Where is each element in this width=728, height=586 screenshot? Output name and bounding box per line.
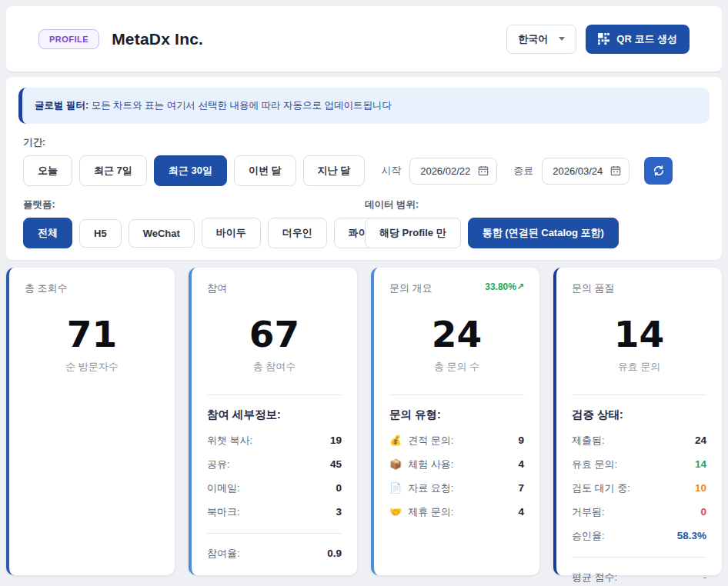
card-engagement: 참여 67 총 참여수 참여 세부정보: 위챗 복사: 19 공유: 45 이메… bbox=[189, 268, 357, 575]
dashboard-page: PROFILE MetaDx Inc. 한국어 bbox=[0, 0, 728, 586]
card-title: 문의 품질 bbox=[572, 281, 615, 295]
language-select[interactable]: 한국어 bbox=[506, 25, 576, 54]
platform-h5[interactable]: H5 bbox=[79, 219, 122, 248]
stat-row-shares: 공유: 45 bbox=[207, 452, 342, 476]
platform-label: 플랫폼: bbox=[23, 198, 360, 211]
money-bag-icon: 💰 bbox=[389, 435, 402, 446]
start-date-value: 2026/02/22 bbox=[420, 165, 470, 177]
period-today[interactable]: 오늘 bbox=[23, 155, 72, 186]
platform-options-row: 전체 H5 WeChat 바이두 더우인 콰이쇼우 bbox=[23, 218, 360, 248]
handshake-icon: 🤝 bbox=[389, 506, 402, 518]
start-date-label: 시작 bbox=[381, 164, 401, 178]
platform-all[interactable]: 전체 bbox=[23, 218, 72, 248]
divider bbox=[207, 533, 342, 534]
period-this-month[interactable]: 이번 달 bbox=[234, 155, 296, 186]
document-icon: 📄 bbox=[389, 482, 402, 494]
profile-badge: PROFILE bbox=[38, 29, 99, 49]
scope-profile-only[interactable]: 해당 Profile 만 bbox=[365, 218, 461, 248]
stat-row-bookmarks: 북마크: 3 bbox=[207, 500, 342, 524]
start-date-input[interactable]: 2026/02/22 bbox=[409, 158, 497, 185]
card-inquiry-overview: 문의 개요 33.80%↗ 24 총 문의 수 문의 유형: 💰 견적 문의: … bbox=[371, 268, 539, 575]
data-scope-options-row: 해당 Profile 만 통합 (연결된 Catalog 포함) bbox=[365, 218, 619, 248]
period-last-month[interactable]: 지난 달 bbox=[303, 155, 366, 186]
card-title: 총 조회수 bbox=[25, 281, 68, 295]
calendar-icon bbox=[610, 165, 621, 176]
total-views-value: 71 bbox=[25, 316, 159, 352]
engagement-details-title: 참여 세부정보: bbox=[207, 408, 342, 422]
data-scope-label: 데이터 범위: bbox=[365, 198, 619, 211]
engagement-sublabel: 총 참여수 bbox=[207, 360, 342, 374]
period-options-row: 오늘 최근 7일 최근 30일 이번 달 지난 달 시작 2026/02/22 bbox=[23, 155, 710, 186]
stat-row-wechat-copy: 위챗 복사: 19 bbox=[207, 428, 342, 452]
package-icon: 📦 bbox=[389, 458, 402, 470]
period-last-7-days[interactable]: 최근 7일 bbox=[79, 155, 147, 186]
end-date-label: 종료 bbox=[513, 164, 533, 178]
inquiry-total-sublabel: 총 문의 수 bbox=[389, 360, 524, 374]
end-date-value: 2026/03/24 bbox=[553, 165, 603, 177]
qr-generate-button[interactable]: QR 코드 생성 bbox=[586, 25, 690, 54]
card-total-views: 총 조회수 71 순 방문자수 bbox=[6, 268, 175, 575]
stat-row-rejected: 거부됨: 0 bbox=[572, 500, 706, 524]
stat-row-material-request: 📄 자료 요청: 7 bbox=[389, 476, 524, 500]
inquiry-types-title: 문의 유형: bbox=[389, 408, 524, 422]
stat-row-quote-inquiry: 💰 견적 문의: 9 bbox=[389, 428, 524, 452]
refresh-button[interactable] bbox=[644, 157, 673, 185]
scope-combined-catalog[interactable]: 통합 (연결된 Catalog 포함) bbox=[468, 218, 619, 248]
global-filter-notice: 글로벌 필터: 모든 차트와 표는 여기서 선택한 내용에 따라 자동으로 업데… bbox=[18, 88, 710, 124]
verification-status-title: 검증 상태: bbox=[572, 408, 706, 422]
qr-code-icon bbox=[598, 33, 609, 45]
stat-row-valid: 유효 문의: 14 bbox=[572, 452, 706, 476]
stat-cards-row: 총 조회수 71 순 방문자수 참여 67 총 참여수 참여 세부정보: 위챗 … bbox=[6, 268, 722, 575]
filter-panel: 글로벌 필터: 모든 차트와 표는 여기서 선택한 내용에 따라 자동으로 업데… bbox=[6, 77, 722, 260]
stat-row-engagement-rate: 참여율: 0.9 bbox=[207, 541, 342, 565]
trend-badge: 33.80%↗ bbox=[485, 281, 524, 292]
global-filter-notice-text: 모든 차트와 표는 여기서 선택한 내용에 따라 자동으로 업데이트됩니다 bbox=[92, 100, 392, 111]
divider bbox=[572, 557, 706, 558]
qr-generate-label: QR 코드 생성 bbox=[616, 32, 677, 46]
valid-inquiries-value: 14 bbox=[572, 316, 706, 352]
calendar-icon bbox=[478, 165, 489, 176]
stat-row-average-score: 평균 점수: - bbox=[572, 565, 706, 586]
stat-row-partnership-inquiry: 🤝 제휴 문의: 4 bbox=[389, 500, 524, 524]
stat-row-pending-review: 검토 대기 중: 10 bbox=[572, 476, 706, 500]
period-last-30-days[interactable]: 최근 30일 bbox=[154, 155, 227, 186]
card-title: 참여 bbox=[207, 281, 227, 295]
page-title: MetaDx Inc. bbox=[112, 30, 203, 48]
header: PROFILE MetaDx Inc. 한국어 bbox=[6, 6, 722, 72]
engagement-value: 67 bbox=[207, 316, 342, 352]
global-filter-notice-label: 글로벌 필터: bbox=[35, 100, 88, 111]
valid-inquiries-sublabel: 유효 문의 bbox=[572, 360, 706, 374]
inquiry-total-value: 24 bbox=[389, 316, 524, 352]
language-select-value: 한국어 bbox=[518, 32, 548, 46]
platform-douyin[interactable]: 더우인 bbox=[268, 218, 327, 248]
total-views-sublabel: 순 방문자수 bbox=[25, 360, 159, 374]
refresh-icon bbox=[653, 165, 665, 177]
stat-row-submitted: 제출됨: 24 bbox=[572, 428, 706, 452]
period-label: 기간: bbox=[23, 136, 710, 149]
chevron-down-icon bbox=[559, 37, 565, 41]
platform-wechat[interactable]: WeChat bbox=[129, 219, 195, 248]
divider bbox=[389, 395, 524, 395]
stat-row-email: 이메일: 0 bbox=[207, 476, 342, 500]
stat-row-trial-use: 📦 체험 사용: 4 bbox=[389, 452, 524, 476]
end-date-input[interactable]: 2026/03/24 bbox=[542, 158, 629, 185]
card-inquiry-quality: 문의 품질 14 유효 문의 검증 상태: 제출됨: 24 유효 문의: 14 … bbox=[553, 268, 722, 575]
divider bbox=[572, 395, 706, 395]
divider bbox=[207, 395, 342, 395]
stat-row-approval-rate: 승인율: 58.3% bbox=[572, 524, 706, 548]
platform-baidu[interactable]: 바이두 bbox=[202, 218, 261, 248]
card-title: 문의 개요 bbox=[389, 281, 432, 295]
